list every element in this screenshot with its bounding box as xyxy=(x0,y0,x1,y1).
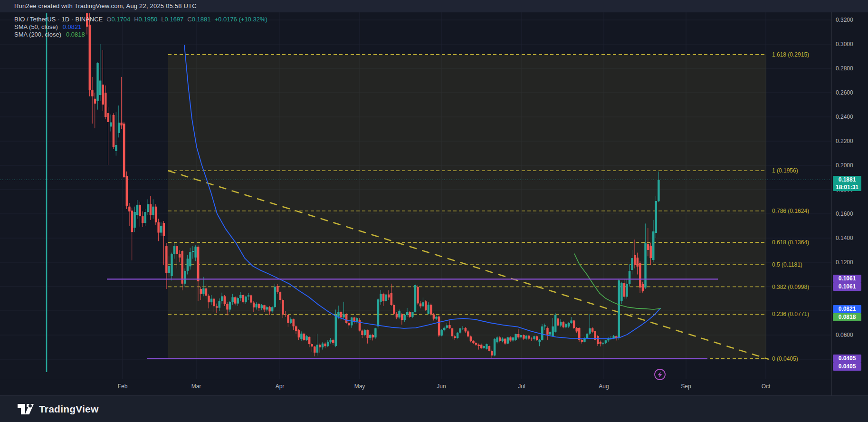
price-axis-label: 0.2000 xyxy=(836,162,864,169)
price-axis-label: 0.3000 xyxy=(836,41,864,48)
candle-body xyxy=(483,346,486,348)
price-axis[interactable]: 0.1881 18:01:31 0.1061 0.1061 0.0821 0.0… xyxy=(831,12,868,395)
hline-price-badge-0405a: 0.0405 xyxy=(833,355,861,363)
candle-body xyxy=(631,258,633,270)
candle-body xyxy=(472,341,475,343)
candle-body xyxy=(488,346,491,351)
fib-level-label: 0.618 (0.1364) xyxy=(772,239,809,246)
candle-body xyxy=(345,314,348,323)
hline-price-badge-0405b: 0.0405 xyxy=(833,363,861,371)
candle-body xyxy=(171,254,173,276)
candle-body xyxy=(134,212,136,228)
candle-body xyxy=(403,315,406,320)
candle-body xyxy=(494,339,496,355)
sma200-price-badge: 0.0818 xyxy=(833,313,861,321)
symbol-row[interactable]: BIO / TetherUS·1D·BINANCEO0.1704H0.1950L… xyxy=(14,16,267,23)
candle-body xyxy=(573,320,575,328)
candle-body xyxy=(544,326,546,326)
candle-body xyxy=(377,299,380,326)
time-axis-label-feb: Feb xyxy=(118,383,128,390)
candle-body xyxy=(430,305,432,314)
price-axis-label: 0.1200 xyxy=(836,259,864,266)
candle-body xyxy=(637,258,639,267)
candle-body xyxy=(398,311,401,317)
footer-bar: TradingView xyxy=(0,395,868,422)
candle-body xyxy=(120,123,123,125)
candle-body xyxy=(647,244,649,250)
candle-body xyxy=(583,338,586,342)
candle-body xyxy=(231,297,234,302)
chart-legend: BIO / TetherUS·1D·BINANCEO0.1704H0.1950L… xyxy=(14,16,267,38)
time-axis-label-oct: Oct xyxy=(762,383,771,390)
candle-body xyxy=(480,345,483,348)
candle-body xyxy=(440,330,443,336)
candle-body xyxy=(102,85,104,105)
candle-body xyxy=(205,288,208,296)
sma200-name[interactable]: SMA (200, close) xyxy=(14,31,61,38)
fib-retracement-zone xyxy=(168,55,766,359)
candle-body xyxy=(546,328,549,335)
candle-body xyxy=(298,330,300,337)
candle-body xyxy=(554,315,557,332)
candle-body xyxy=(115,145,117,151)
candle-body xyxy=(91,90,94,96)
candle-body xyxy=(639,263,641,288)
candle-body xyxy=(213,299,215,307)
candle-body xyxy=(319,345,321,347)
fib-level-label: 0.382 (0.0998) xyxy=(772,284,809,290)
candle-body xyxy=(311,344,313,346)
tradingview-chart-window: Ron2ee created with TradingView.com, Aug… xyxy=(0,0,868,422)
candle-body xyxy=(496,337,498,342)
candle-body xyxy=(105,93,107,117)
candle-body xyxy=(277,286,279,292)
candle-body xyxy=(517,334,520,337)
time-axis-label-sep: Sep xyxy=(681,383,691,390)
candle-body xyxy=(380,294,382,302)
sma50-name[interactable]: SMA (50, close) xyxy=(14,23,58,30)
candle-body xyxy=(644,243,647,288)
candle-body xyxy=(406,312,409,315)
indicator-row-sma50[interactable]: SMA (50, close)0.0821 xyxy=(14,23,267,31)
tradingview-logo[interactable]: TradingView xyxy=(17,402,99,416)
candle-body xyxy=(139,205,141,216)
candle-body xyxy=(147,204,149,212)
time-axis-label-aug: Aug xyxy=(599,383,609,390)
current-price-badge: 0.1881 18:01:31 xyxy=(833,176,861,191)
candle-body xyxy=(477,345,480,346)
candle-body xyxy=(250,295,252,302)
candle-body xyxy=(287,315,289,323)
interval-label[interactable]: 1D xyxy=(62,16,70,23)
candlestick-chart-canvas[interactable]: 1.618 (0.2915)1 (0.1956)0.786 (0.1624)0.… xyxy=(0,12,868,395)
fib-level-label: 0.786 (0.1624) xyxy=(772,208,809,214)
close-value: 0.1881 xyxy=(192,16,211,23)
candle-body xyxy=(216,306,218,307)
candle-body xyxy=(634,255,636,265)
candle-body xyxy=(507,337,509,344)
candle-body xyxy=(131,211,134,232)
indicator-row-sma200[interactable]: SMA (200, close)0.0818 xyxy=(14,31,267,38)
time-axis[interactable]: FebMarAprMayJunJulAugSepOct xyxy=(0,379,868,396)
candle-body xyxy=(314,346,316,353)
time-axis-label-mar: Mar xyxy=(191,383,201,390)
candle-body xyxy=(366,330,369,338)
candle-body xyxy=(96,63,99,101)
candle-body xyxy=(409,312,411,317)
candle-body xyxy=(308,337,311,344)
candle-body xyxy=(374,328,377,337)
candle-body xyxy=(361,331,363,335)
candle-body xyxy=(237,298,239,303)
candle-body xyxy=(499,337,501,341)
close-letter: C xyxy=(187,16,191,23)
candle-body xyxy=(649,246,652,258)
candle-body xyxy=(110,122,112,126)
candle-body xyxy=(515,334,517,340)
candle-body xyxy=(501,339,504,341)
tradingview-logo-icon xyxy=(17,402,34,416)
candle-countdown: 18:01:31 xyxy=(833,183,861,191)
candle-body xyxy=(118,123,120,133)
candle-body xyxy=(343,314,345,317)
candle-body xyxy=(337,312,340,317)
candle-body xyxy=(533,336,535,339)
candle-body xyxy=(486,344,488,349)
symbol-name[interactable]: BIO / TetherUS xyxy=(14,16,56,23)
